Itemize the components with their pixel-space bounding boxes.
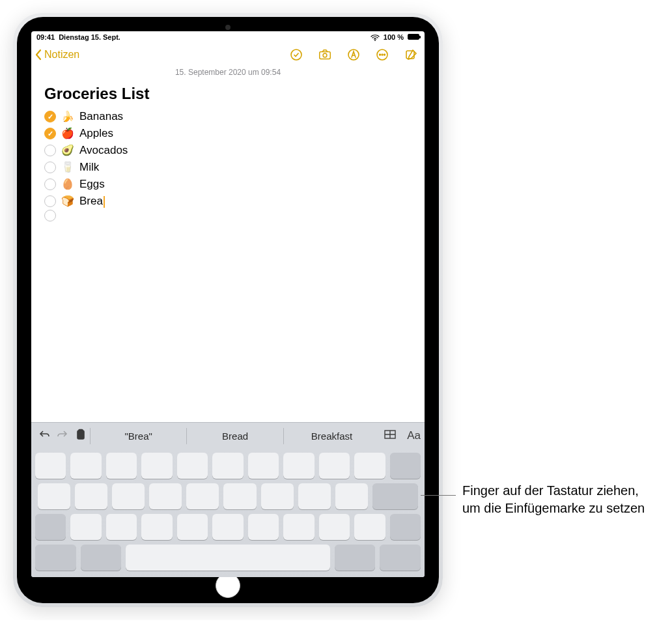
item-emoji-icon: 🥛: [61, 159, 74, 176]
more-icon[interactable]: [375, 48, 389, 62]
checklist[interactable]: ✓🍌Bananas✓🍎Apples🥑Avocados🥛Milk🥚Eggs🍞Bre…: [31, 108, 425, 221]
ipad-bezel: 09:41 Dienstag 15. Sept. 100 %: [17, 17, 439, 603]
screen: 09:41 Dienstag 15. Sept. 100 %: [31, 31, 425, 577]
ipad-device-frame: 09:41 Dienstag 15. Sept. 100 %: [13, 13, 443, 607]
back-button[interactable]: Notizen: [34, 48, 79, 61]
front-camera-icon: [225, 25, 231, 30]
battery-percentage: 100 %: [384, 33, 404, 41]
suggestion-3[interactable]: Breakfast: [283, 428, 380, 444]
svg-point-3: [323, 53, 327, 57]
svg-point-1: [291, 50, 301, 60]
item-emoji-icon: 🍎: [61, 125, 74, 142]
toolbar-icons: [289, 48, 418, 62]
item-text[interactable]: Bananas: [79, 108, 123, 125]
svg-rect-2: [320, 51, 331, 59]
suggestion-bar: "Brea" Bread Breakfast Aa: [31, 423, 425, 449]
clipboard-icon[interactable]: [72, 429, 90, 443]
check-circle-icon[interactable]: [44, 162, 56, 173]
note-date-header: 15. September 2020 um 09:54: [31, 68, 425, 77]
status-bar: 09:41 Dienstag 15. Sept. 100 %: [31, 31, 425, 43]
item-text[interactable]: Avocados: [79, 142, 128, 159]
check-circle-icon[interactable]: ✓: [44, 111, 56, 122]
callout-leader-line: [421, 495, 456, 496]
camera-icon[interactable]: [318, 48, 332, 62]
check-circle-icon[interactable]: [44, 210, 56, 221]
item-emoji-icon: 🥑: [61, 142, 74, 159]
redo-icon[interactable]: [53, 429, 72, 442]
checklist-item[interactable]: 🥑Avocados: [44, 142, 412, 159]
item-text[interactable]: Milk: [79, 159, 99, 176]
note-title[interactable]: Groceries List: [31, 77, 425, 108]
checklist-item[interactable]: ✓🍌Bananas: [44, 108, 412, 125]
markup-icon[interactable]: [346, 48, 361, 62]
item-emoji-icon: 🍌: [61, 108, 74, 125]
item-text[interactable]: Brea: [79, 193, 105, 210]
item-text[interactable]: Apples: [79, 125, 113, 142]
onscreen-keyboard[interactable]: [31, 449, 425, 577]
check-circle-icon[interactable]: ✓: [44, 128, 56, 139]
callout-text: Finger auf der Tastatur ziehen, um die E…: [462, 482, 658, 517]
status-date: Dienstag 15. Sept.: [59, 33, 120, 41]
checklist-item[interactable]: 🍞Brea: [44, 193, 412, 210]
battery-icon: [408, 33, 419, 41]
item-emoji-icon: 🥚: [61, 176, 74, 193]
wifi-icon: [371, 33, 380, 41]
table-icon[interactable]: [384, 429, 397, 442]
checklist-item[interactable]: ✓🍎Apples: [44, 125, 412, 142]
checklist-item[interactable]: [44, 210, 412, 221]
suggestion-1[interactable]: "Brea": [90, 428, 186, 444]
compose-icon[interactable]: [404, 48, 418, 62]
svg-point-0: [374, 40, 376, 41]
svg-point-6: [380, 54, 381, 55]
checklist-item[interactable]: 🥚Eggs: [44, 176, 412, 193]
format-aa-label[interactable]: Aa: [407, 429, 421, 442]
undo-icon[interactable]: [35, 429, 53, 442]
check-circle-icon[interactable]: [44, 195, 56, 207]
svg-point-7: [382, 54, 383, 55]
keyboard-area: "Brea" Bread Breakfast Aa: [31, 422, 425, 577]
navigation-bar: Notizen: [31, 43, 425, 66]
check-circle-icon[interactable]: [44, 178, 56, 190]
item-emoji-icon: 🍞: [61, 193, 74, 210]
item-text[interactable]: Eggs: [79, 176, 105, 193]
status-time: 09:41: [36, 33, 55, 41]
back-label: Notizen: [44, 49, 79, 61]
check-circle-icon[interactable]: [44, 145, 56, 156]
suggestion-2[interactable]: Bread: [186, 428, 283, 444]
svg-point-8: [384, 54, 385, 55]
chevron-left-icon: [34, 48, 43, 61]
svg-rect-11: [79, 430, 83, 432]
checklist-item[interactable]: 🥛Milk: [44, 159, 412, 176]
checklist-icon[interactable]: [289, 48, 303, 62]
